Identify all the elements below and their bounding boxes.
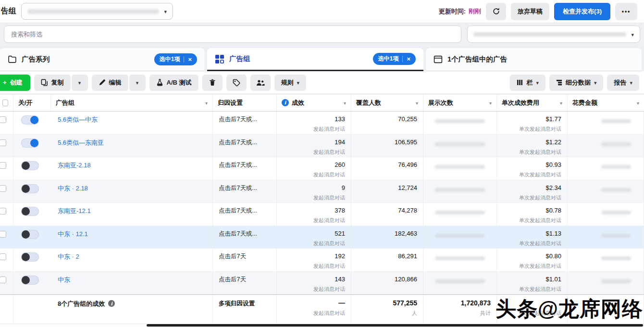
row-checkbox[interactable]	[0, 277, 6, 283]
attribution-value: 点击后7天或...	[219, 162, 257, 168]
ab-test-button[interactable]: A/B 测试	[149, 75, 198, 91]
entity-selector-dropdown[interactable]	[21, 3, 173, 20]
tab-ads[interactable]: 1个广告组中的广告	[426, 48, 642, 71]
adset-name-link[interactable]: 中东	[58, 276, 70, 283]
row-checkbox[interactable]	[0, 116, 6, 123]
attribution-value: 点击后7天	[219, 253, 246, 260]
results-sublabel: 发起消息对话	[283, 240, 345, 247]
table-row[interactable]: 中东 · 12.1 点击后7天或... 521 发起消息对话 182,463 $…	[0, 226, 644, 249]
footer-cost-sublabel: 单次发起消息对话	[503, 310, 561, 316]
redacted-date-range	[473, 32, 626, 37]
edit-dropdown-button[interactable]	[129, 75, 146, 91]
update-time-label: 更新时间:	[439, 7, 466, 16]
adset-name-link[interactable]: 5.6类似—东南亚	[58, 139, 104, 146]
sort-caret-icon	[344, 99, 346, 106]
header-cost-per-result[interactable]: 单次成效费用	[497, 94, 568, 111]
select-all-checkbox[interactable]	[2, 100, 8, 106]
columns-button[interactable]: 栏	[510, 75, 545, 91]
tag-button[interactable]	[226, 75, 247, 91]
table-row[interactable]: 东南亚-2.18 点击后7天或... 260 发起消息对话 76,496 $0.…	[0, 157, 644, 180]
cost-sublabel: 单次发起消息对话	[503, 149, 561, 155]
status-toggle[interactable]	[21, 138, 39, 148]
audience-button[interactable]	[250, 75, 271, 91]
status-toggle[interactable]	[21, 184, 39, 193]
row-checkbox[interactable]	[0, 208, 6, 214]
sort-caret-icon	[489, 99, 492, 106]
header-reach[interactable]: 覆盖人数	[351, 94, 423, 111]
adset-name-link[interactable]: 中东 · 2.18	[58, 185, 88, 192]
header-adset-name[interactable]: 广告组	[51, 94, 213, 111]
create-button[interactable]: + 创建	[0, 75, 30, 91]
table-row[interactable]: 东南亚-12.1 点击后7天或... 378 发起消息对话 74,278 $0.…	[0, 203, 644, 226]
cost-value: $0.78	[503, 207, 561, 214]
cost-value: $1.22	[503, 138, 561, 146]
update-time-value: 刚刚	[469, 7, 481, 16]
results-sublabel: 发起消息对话	[283, 126, 345, 132]
status-toggle[interactable]	[21, 207, 39, 216]
duplicate-button[interactable]: 复制	[34, 75, 71, 91]
header-amount-spent[interactable]: 花费金额	[568, 94, 644, 111]
row-checkbox[interactable]	[0, 185, 6, 192]
tab-adsets[interactable]: 广告组 选中1项 ×	[207, 48, 423, 71]
table-row[interactable]: 5.6类似—东南亚 点击后7天或... 194 发起消息对话 106,595 $…	[0, 135, 644, 158]
results-sublabel: 发起消息对话	[283, 195, 345, 201]
search-filter-input[interactable]	[4, 25, 461, 43]
footer-impressions-sublabel: 共计	[429, 310, 491, 316]
delete-button[interactable]	[202, 75, 223, 91]
adset-name-link[interactable]: 东南亚-12.1	[58, 207, 91, 214]
action-toolbar: + 创建 复制 编辑 A/B 测试	[0, 71, 644, 94]
status-toggle[interactable]	[21, 276, 39, 285]
sort-caret-icon	[560, 99, 562, 106]
row-checkbox[interactable]	[0, 139, 6, 146]
reach-value: 70,255	[357, 115, 417, 123]
cost-sublabel: 单次发起消息对话	[503, 217, 561, 224]
status-toggle[interactable]	[21, 230, 39, 239]
edit-button[interactable]: 编辑	[92, 75, 128, 91]
cost-sublabel: 单次发起消息对话	[503, 240, 561, 247]
horizontal-scrollbar[interactable]	[147, 324, 643, 327]
cost-value: $1.01	[503, 276, 561, 283]
status-toggle[interactable]	[21, 252, 39, 262]
adset-name-link[interactable]: 中东 · 2	[58, 253, 79, 260]
tab-campaigns[interactable]: 广告系列 选中1项 ×	[0, 48, 205, 71]
more-options-button[interactable]: •••	[615, 3, 637, 20]
status-toggle[interactable]	[21, 161, 39, 170]
adset-name-link[interactable]: 5.6类似—中东	[58, 116, 98, 123]
row-checkbox[interactable]	[0, 231, 6, 238]
pencil-icon	[99, 79, 106, 86]
status-toggle[interactable]	[21, 115, 39, 125]
table-row[interactable]: 中东 · 2 点击后7天 192 发起消息对话 86,291 $0.80 单次发…	[0, 249, 644, 272]
header-results[interactable]: i成效	[277, 94, 351, 111]
rules-button[interactable]: 规则	[274, 75, 307, 91]
adset-name-link[interactable]: 东南亚-2.18	[58, 162, 91, 169]
row-checkbox[interactable]	[0, 253, 6, 260]
row-checkbox[interactable]	[0, 162, 6, 169]
review-publish-button[interactable]: 检查并发布(3)	[554, 3, 610, 20]
trash-icon	[209, 79, 216, 86]
discard-draft-button[interactable]: 放弃草稿	[511, 3, 549, 20]
date-range-selector[interactable]	[467, 25, 640, 43]
deselect-icon[interactable]: ×	[188, 56, 192, 63]
level-tabs: 广告系列 选中1项 × 广告组 选中1项 × 1个广告组中的广告	[0, 45, 644, 71]
refresh-button[interactable]	[486, 3, 506, 20]
header-impressions[interactable]: 展示次数	[423, 94, 497, 111]
deselect-icon[interactable]: ×	[407, 56, 410, 62]
chevron-down-icon	[136, 79, 139, 86]
results-sublabel: 发起消息对话	[283, 263, 345, 269]
report-button[interactable]: 报告	[607, 75, 639, 91]
table-row[interactable]: 中东 · 2.18 点击后7天或... 9 发起消息对话 12,724 $2.3…	[0, 180, 644, 203]
results-value: 192	[283, 252, 345, 260]
duplicate-dropdown-button[interactable]	[72, 75, 88, 91]
toggle-knob	[22, 185, 30, 193]
breakdown-button[interactable]: 细分数据	[549, 75, 604, 91]
entity-label: 告组	[1, 6, 16, 16]
adset-grid-icon	[215, 54, 224, 64]
table-row[interactable]: 5.6类似—中东 点击后7天或... 133 发起消息对话 70,255 $1.…	[0, 112, 644, 135]
results-sublabel: 发起消息对话	[283, 217, 345, 224]
reach-value: 74,278	[357, 207, 417, 214]
chevron-down-icon	[631, 31, 634, 38]
table-row[interactable]: 中东 点击后7天 143 发起消息对话 120,866 $1.01 单次发起消息…	[0, 272, 644, 295]
tag-icon	[233, 79, 240, 87]
reach-value: 106,595	[357, 138, 417, 146]
adset-name-link[interactable]: 中东 · 12.1	[58, 230, 88, 238]
